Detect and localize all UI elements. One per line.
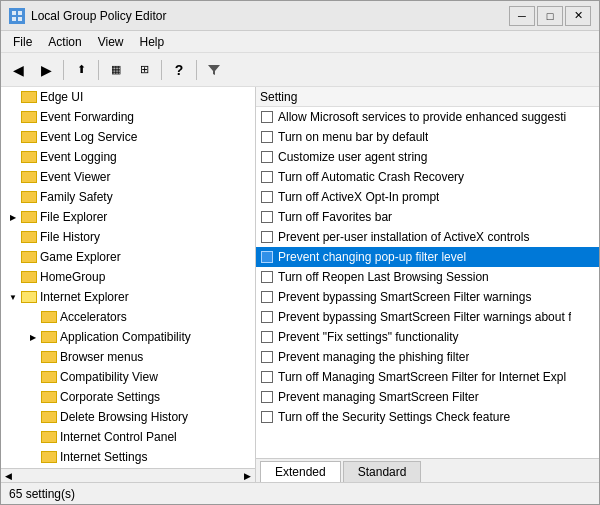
list-item[interactable]: Prevent managing the phishing filter [256,347,599,367]
tree-view[interactable]: Edge UI Event Forwarding Event Log Servi… [1,87,255,468]
list-item[interactable]: Turn on menu bar by default [256,127,599,147]
list-item[interactable]: Prevent per-user installation of ActiveX… [256,227,599,247]
expand-icon: ▶ [25,333,41,342]
list-item[interactable]: Turn off Favorites bar [256,207,599,227]
tree-item-application-compatibility[interactable]: ▶ Application Compatibility [1,327,255,347]
tabs-bar: Extended Standard [256,458,599,482]
folder-icon [41,391,57,403]
tree-item-browser-menus[interactable]: Browser menus [1,347,255,367]
folder-icon [21,271,37,283]
maximize-button[interactable]: □ [537,6,563,26]
list-item-label: Prevent bypassing SmartScreen Filter war… [278,310,571,324]
list-item[interactable]: Prevent managing SmartScreen Filter [256,387,599,407]
tree-item-event-viewer[interactable]: Event Viewer [1,167,255,187]
tree-item-internet-explorer[interactable]: ▼ Internet Explorer [1,287,255,307]
tab-extended[interactable]: Extended [260,461,341,482]
setting-icon [260,130,274,144]
menu-file[interactable]: File [5,33,40,51]
settings-list[interactable]: Allow Microsoft services to provide enha… [256,107,599,458]
folder-icon [21,111,37,123]
tree-label: File History [40,230,100,244]
tree-item-file-explorer[interactable]: ▶ File Explorer [1,207,255,227]
list-item[interactable]: Turn off Automatic Crash Recovery [256,167,599,187]
list-item-label: Turn off Favorites bar [278,210,392,224]
list-item-label: Prevent bypassing SmartScreen Filter war… [278,290,531,304]
setting-icon [260,270,274,284]
folder-icon [21,231,37,243]
list-item[interactable]: Turn off Managing SmartScreen Filter for… [256,367,599,387]
back-button[interactable]: ◀ [5,57,31,83]
properties-button[interactable]: ⊞ [131,57,157,83]
help-button[interactable]: ? [166,57,192,83]
folder-icon [41,371,57,383]
setting-icon [260,390,274,404]
setting-icon [260,170,274,184]
toolbar: ◀ ▶ ⬆ ▦ ⊞ ? [1,53,599,87]
tree-item-compatibility-view[interactable]: Compatibility View [1,367,255,387]
list-item-label: Turn off ActiveX Opt-In prompt [278,190,439,204]
tree-label: Accelerators [60,310,127,324]
list-item-label: Prevent managing SmartScreen Filter [278,390,479,404]
up-button[interactable]: ⬆ [68,57,94,83]
left-scrollbar-bottom: ◀ ▶ [1,468,255,482]
filter-button[interactable] [201,57,227,83]
minimize-button[interactable]: ─ [509,6,535,26]
tree-item-homegroup[interactable]: HomeGroup [1,267,255,287]
tree-item-edge-ui[interactable]: Edge UI [1,87,255,107]
tree-label: Internet Control Panel [60,430,177,444]
tree-item-internet-control-panel[interactable]: Internet Control Panel [1,427,255,447]
folder-icon [21,171,37,183]
tree-item-accelerators[interactable]: Accelerators [1,307,255,327]
tree-label: Edge UI [40,90,83,104]
folder-icon [21,151,37,163]
menu-view[interactable]: View [90,33,132,51]
list-item[interactable]: Turn off ActiveX Opt-In prompt [256,187,599,207]
menu-action[interactable]: Action [40,33,89,51]
tree-item-file-history[interactable]: File History [1,227,255,247]
setting-icon [260,290,274,304]
title-bar: Local Group Policy Editor ─ □ ✕ [1,1,599,31]
toolbar-separator-4 [196,60,197,80]
right-panel: Setting Allow Microsoft services to prov… [256,87,599,482]
menu-help[interactable]: Help [132,33,173,51]
status-bar: 65 setting(s) [1,482,599,504]
list-item[interactable]: Allow Microsoft services to provide enha… [256,107,599,127]
list-item[interactable]: Turn off the Security Settings Check fea… [256,407,599,427]
toolbar-separator-3 [161,60,162,80]
list-item[interactable]: Turn off Reopen Last Browsing Session [256,267,599,287]
tree-item-event-forwarding[interactable]: Event Forwarding [1,107,255,127]
folder-icon [41,331,57,343]
toolbar-separator-2 [98,60,99,80]
tree-item-event-log-service[interactable]: Event Log Service [1,127,255,147]
close-button[interactable]: ✕ [565,6,591,26]
svg-rect-2 [12,17,16,21]
tree-item-family-safety[interactable]: Family Safety [1,187,255,207]
list-item-label: Turn off Automatic Crash Recovery [278,170,464,184]
folder-icon [21,191,37,203]
tree-item-game-explorer[interactable]: Game Explorer [1,247,255,267]
forward-button[interactable]: ▶ [33,57,59,83]
list-item-label: Turn on menu bar by default [278,130,428,144]
folder-icon [21,131,37,143]
tab-standard[interactable]: Standard [343,461,422,482]
list-item[interactable]: Customize user agent string [256,147,599,167]
tree-item-event-logging[interactable]: Event Logging [1,147,255,167]
list-item[interactable]: Prevent bypassing SmartScreen Filter war… [256,307,599,327]
list-item-selected[interactable]: Prevent changing pop-up filter level [256,247,599,267]
setting-icon [260,230,274,244]
list-item[interactable]: Prevent bypassing SmartScreen Filter war… [256,287,599,307]
tree-label: Event Forwarding [40,110,134,124]
folder-icon [41,351,57,363]
tree-item-internet-settings[interactable]: Internet Settings [1,447,255,467]
folder-icon [41,431,57,443]
setting-icon [260,310,274,324]
tree-item-delete-browsing-history[interactable]: Delete Browsing History [1,407,255,427]
left-panel: Edge UI Event Forwarding Event Log Servi… [1,87,256,482]
tree-item-corporate-settings[interactable]: Corporate Settings [1,387,255,407]
show-hide-button[interactable]: ▦ [103,57,129,83]
folder-icon [41,451,57,463]
tree-label: Event Logging [40,150,117,164]
list-item[interactable]: Prevent "Fix settings" functionality [256,327,599,347]
folder-icon [21,291,37,303]
column-header-row: Setting [256,87,599,107]
